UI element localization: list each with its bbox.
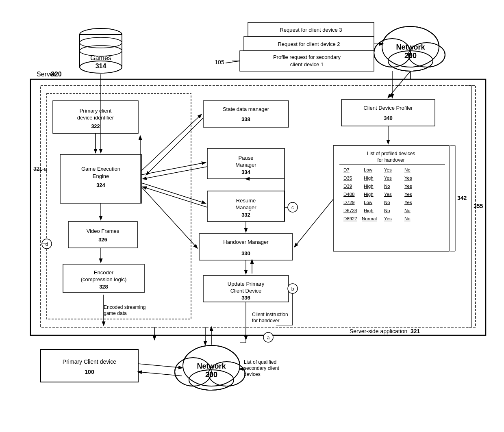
row-d729-col4: Yes xyxy=(404,200,412,205)
row-d39-col4: Yes xyxy=(404,184,412,189)
games-number: 314 xyxy=(96,63,106,69)
row-d6734-col3: No xyxy=(384,208,390,213)
video-frames-number: 326 xyxy=(98,237,107,243)
network-bottom-number: 200 xyxy=(205,371,217,379)
network-bottom-label: Network xyxy=(197,362,226,370)
encoded-streaming-label2: game data xyxy=(104,310,127,316)
row-d6734-col4: No xyxy=(404,208,411,213)
primary-client-id-label: Primary client xyxy=(80,108,112,114)
svg-rect-37 xyxy=(341,100,435,126)
primary-device-label1: Primary Client device xyxy=(63,358,116,365)
row-d8927-col4: No xyxy=(404,216,411,221)
row-d729-device: D729 xyxy=(343,200,355,205)
state-data-label1: State data manager xyxy=(223,106,269,112)
handover-mgr-label1: Handover Manager xyxy=(223,239,269,245)
primary-device-number: 100 xyxy=(85,369,94,375)
games-db: Games 314 xyxy=(80,28,122,73)
handover-mgr-number: 330 xyxy=(241,250,250,256)
network-top-number: 200 xyxy=(404,52,417,60)
network-top-label: Network xyxy=(396,43,425,51)
video-frames-label: Video Frames xyxy=(87,228,119,234)
server-app-number: 321 xyxy=(411,328,420,334)
update-primary-number: 336 xyxy=(241,295,250,301)
update-primary-label1: Update Primary xyxy=(228,281,265,287)
game-exec-number: 324 xyxy=(96,182,105,188)
label-105: 105 xyxy=(215,59,224,65)
client-instruction-label1: Client instruction xyxy=(252,312,288,317)
list-qualified-label2: secondary client xyxy=(244,365,279,371)
row-d729-level: Low xyxy=(364,200,373,205)
encoded-streaming-label1: Encoded streaming xyxy=(104,304,146,310)
svg-rect-30 xyxy=(68,221,137,248)
circle-b: b xyxy=(291,286,294,292)
request3-label: Request for client device 3 xyxy=(280,27,342,33)
circle-c: c xyxy=(291,205,294,211)
diagram-container: Network 200 Games 314 Request for client… xyxy=(0,0,504,432)
request2-label: Request for client device 2 xyxy=(278,41,340,47)
game-exec-label1: Game Execution xyxy=(81,166,120,172)
list-qualified-label3: devices xyxy=(244,371,261,377)
row-d408-level: High xyxy=(364,192,374,197)
row-d35-col3: Yes xyxy=(384,176,392,180)
label-321a: 321-a xyxy=(33,166,47,172)
encoder-label2: (compression logic) xyxy=(81,276,127,282)
client-instruction-label2: for handover xyxy=(252,318,279,323)
primary-client-id-number: 322 xyxy=(91,123,100,129)
games-label: Games xyxy=(90,54,111,61)
encoder-label1: Encoder xyxy=(94,269,114,276)
row-d7-level: Low xyxy=(364,167,373,172)
profile-request-label2: client device 1 xyxy=(290,61,324,67)
row-d729-col3: No xyxy=(384,200,390,205)
svg-rect-32 xyxy=(203,101,289,127)
pause-mgr-number: 334 xyxy=(241,169,250,175)
row-d7-col3: Yes xyxy=(384,167,392,172)
row-d8927-device: D8927 xyxy=(343,216,357,221)
cdp-number: 340 xyxy=(384,115,393,121)
resume-mgr-number: 332 xyxy=(241,212,250,218)
state-data-number: 338 xyxy=(241,116,250,122)
row-d6734-device: D6734 xyxy=(343,208,357,213)
row-d7-device: D7 xyxy=(343,167,350,172)
row-d35-level: High xyxy=(364,176,374,180)
row-d7-col4: No xyxy=(404,167,411,172)
svg-rect-80 xyxy=(41,350,138,382)
resume-mgr-label2: Manager xyxy=(235,204,256,211)
row-d8927-level: Normal xyxy=(362,216,377,221)
row-d35-device: D35 xyxy=(343,176,352,180)
server-app-label: Server-side application xyxy=(350,328,407,334)
primary-client-id-label2: device identifier xyxy=(77,115,114,121)
list-qualified-label1: List of qualified xyxy=(244,359,276,365)
row-d408-col4: Yes xyxy=(404,192,412,197)
encoder-number: 328 xyxy=(99,284,108,290)
cdp-label1: Client Device Profiler xyxy=(363,105,413,111)
pause-mgr-label1: Pause xyxy=(239,155,254,161)
row-d39-col3: No xyxy=(384,184,390,189)
label-355: 355 xyxy=(474,203,483,209)
circle-d: d xyxy=(46,241,48,247)
label-342: 342 xyxy=(457,195,467,201)
list-profiled-label1: List of profiled devices xyxy=(367,151,415,156)
game-exec-label2: Engine xyxy=(93,173,109,179)
profile-request-label: Profile request for secondary xyxy=(273,54,341,60)
pause-mgr-label2: Manager xyxy=(235,162,256,168)
update-primary-label2: Client Device xyxy=(230,288,262,294)
row-d39-level: High xyxy=(364,184,374,189)
resume-mgr-label1: Resume xyxy=(236,198,256,204)
circle-a: a xyxy=(267,335,270,341)
row-d39-device: D39 xyxy=(343,184,352,189)
server-number: 320 xyxy=(51,71,62,78)
row-d6734-level: High xyxy=(364,208,374,213)
row-d408-col3: Yes xyxy=(384,192,392,197)
row-d408-device: D408 xyxy=(343,192,355,197)
row-d35-col4: Yes xyxy=(404,176,412,180)
list-profiled-label2: for handover xyxy=(377,157,404,163)
row-d8927-col3: Yes xyxy=(384,216,392,221)
